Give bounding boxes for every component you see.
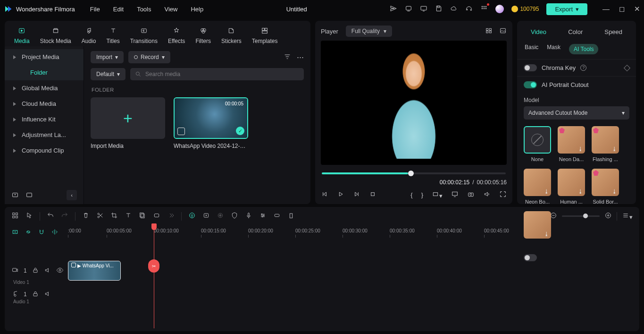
tl-crop-button[interactable] <box>110 212 118 221</box>
display-icon[interactable] <box>451 190 459 199</box>
zoom-in-button[interactable] <box>604 212 612 221</box>
video-clip[interactable]: ▶ WhatsApp Vi... <box>68 261 121 281</box>
mark-in-button[interactable]: { <box>410 191 412 198</box>
tl-grid-icon[interactable] <box>11 212 19 221</box>
tl-view-button[interactable]: ▾ <box>622 212 633 221</box>
screen-icon[interactable] <box>420 5 427 14</box>
collapse-sidebar-button[interactable]: ‹ <box>67 190 77 200</box>
style-neon-border[interactable]: ⭳Neon Bo... <box>524 169 551 205</box>
tab-stock-media[interactable]: Stock Media <box>40 26 71 44</box>
style-flashing[interactable]: ⭳Flashing ... <box>592 126 619 162</box>
style-solid-border[interactable]: ⭳Solid Bor... <box>592 169 619 205</box>
model-dropdown[interactable]: Advanced Cutout Mode▾ <box>524 106 629 120</box>
sort-dropdown[interactable]: Default▾ <box>91 68 125 80</box>
sub-tab-basic[interactable]: Basic <box>525 44 538 54</box>
import-media-card[interactable]: + Import Media <box>91 97 165 149</box>
zoom-slider[interactable] <box>562 215 600 217</box>
prop-tab-speed[interactable]: Speed <box>602 26 625 37</box>
tl-split-icon[interactable] <box>51 228 59 237</box>
more-icon[interactable]: ⋯ <box>297 53 304 62</box>
tl-delete-button[interactable] <box>82 212 90 221</box>
tab-templates[interactable]: Templates <box>252 26 278 44</box>
keyframe-icon[interactable] <box>624 64 630 71</box>
tl-cut-button[interactable] <box>96 212 104 221</box>
track-mute-icon[interactable] <box>44 266 51 275</box>
audio-lock-icon[interactable] <box>32 290 39 299</box>
fullscreen-button[interactable] <box>499 190 507 199</box>
mark-out-button[interactable]: } <box>421 191 423 198</box>
tab-filters[interactable]: Filters <box>195 26 211 44</box>
import-dropdown[interactable]: Import▾ <box>91 51 124 63</box>
ai-portrait-toggle[interactable] <box>524 81 537 88</box>
next-frame-button[interactable] <box>353 190 360 199</box>
menu-file[interactable]: File <box>90 6 100 13</box>
tl-mic-button[interactable] <box>245 212 252 221</box>
menu-help[interactable]: Help <box>191 6 203 13</box>
prev-frame-button[interactable] <box>321 190 328 199</box>
menu-edit[interactable]: Edit <box>113 6 124 13</box>
tl-enhance-button[interactable] <box>202 212 210 221</box>
prop-tab-video[interactable]: Video <box>528 26 549 37</box>
play-button[interactable] <box>337 190 344 199</box>
close-button[interactable]: ✕ <box>634 5 640 13</box>
apps-icon[interactable] <box>480 5 488 14</box>
send-icon[interactable] <box>390 5 397 14</box>
style-neon-dash[interactable]: ⭳Neon Da... <box>558 126 585 162</box>
tab-transitions[interactable]: Transitions <box>130 26 158 44</box>
save-icon[interactable] <box>435 5 443 14</box>
sidebar-item-influence-kit[interactable]: Influence Kit <box>5 111 84 127</box>
tl-record-button[interactable] <box>217 212 224 221</box>
headphones-icon[interactable] <box>465 5 473 14</box>
tab-stickers[interactable]: Stickers <box>221 26 242 44</box>
user-avatar[interactable] <box>495 5 504 13</box>
image-icon[interactable] <box>499 27 507 36</box>
playhead-cut-icon[interactable]: ✂ <box>148 259 159 273</box>
stop-button[interactable] <box>369 190 376 199</box>
filter-icon[interactable] <box>284 53 291 62</box>
new-bin-icon[interactable] <box>25 191 33 200</box>
playhead[interactable]: ✂ <box>154 225 154 328</box>
sidebar-item-project-media[interactable]: Project Media <box>5 49 84 65</box>
tl-text-button[interactable] <box>125 212 132 221</box>
tl-adjust-button[interactable] <box>259 212 267 221</box>
snapshot-button[interactable] <box>467 190 475 199</box>
sidebar-item-folder[interactable]: Folder <box>5 65 84 80</box>
tl-undo-button[interactable] <box>47 212 54 221</box>
track-visible-icon[interactable] <box>56 266 64 275</box>
device-icon[interactable] <box>405 5 412 14</box>
tl-copy-button[interactable] <box>139 212 146 221</box>
cloud-icon[interactable] <box>450 5 458 14</box>
minimize-button[interactable]: — <box>602 5 610 13</box>
track-lock-icon[interactable] <box>32 266 39 275</box>
tab-titles[interactable]: Titles <box>106 26 119 44</box>
style-none[interactable]: None <box>524 126 551 162</box>
menu-tools[interactable]: Tools <box>137 6 151 13</box>
export-button[interactable]: Export▾ <box>546 3 587 15</box>
record-dropdown[interactable]: Record▾ <box>128 51 170 63</box>
timeline-ruler[interactable]: ✂ :00:00 00:00:05:00 00:00:10:00 00:00:1… <box>65 225 639 239</box>
tl-add-track-icon[interactable] <box>11 228 19 237</box>
sub-tab-mask[interactable]: Mask <box>547 44 560 54</box>
scrub-bar[interactable] <box>322 172 506 174</box>
menu-view[interactable]: View <box>164 6 177 13</box>
tl-redo-button[interactable] <box>61 212 68 221</box>
tl-tag-button[interactable] <box>153 212 160 221</box>
layout-icon[interactable] <box>485 27 493 36</box>
volume-button[interactable] <box>483 190 491 199</box>
search-input[interactable]: Search media <box>130 68 304 80</box>
audio-mute-icon[interactable] <box>44 290 51 299</box>
new-folder-icon[interactable] <box>11 191 19 200</box>
tl-cursor-icon[interactable] <box>25 212 33 221</box>
prop-tab-color[interactable]: Color <box>565 26 585 37</box>
tl-magnet-icon[interactable] <box>38 228 45 237</box>
sidebar-item-adjustment-layer[interactable]: Adjustment La... <box>5 127 84 143</box>
coin-balance[interactable]: 100795 <box>511 6 539 12</box>
sidebar-item-global-media[interactable]: Global Media <box>5 80 84 96</box>
chroma-key-toggle[interactable] <box>524 64 537 71</box>
tl-marker-button[interactable] <box>287 212 295 221</box>
quality-dropdown[interactable]: Full Quality▾ <box>346 26 392 37</box>
tl-ai-button[interactable] <box>188 212 196 221</box>
sidebar-item-cloud-media[interactable]: Cloud Media <box>5 96 84 111</box>
tl-clip-button[interactable] <box>273 212 281 221</box>
tab-audio[interactable]: Audio <box>82 26 96 44</box>
